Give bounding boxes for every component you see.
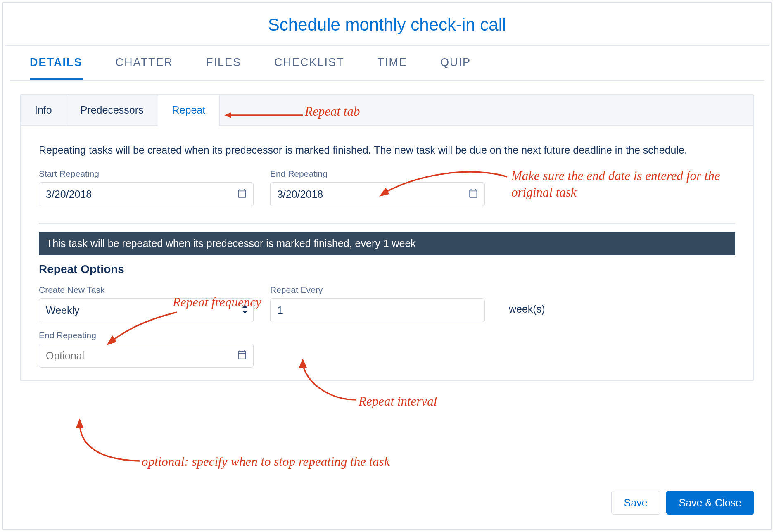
repeat-every-field: Repeat Every [270, 285, 485, 322]
save-and-close-button[interactable]: Save & Close [666, 491, 754, 515]
end-repeating-field: End Repeating [270, 169, 485, 206]
create-new-task-select[interactable] [39, 304, 253, 316]
subtab-predecessors[interactable]: Predecessors [66, 95, 158, 125]
start-repeating-input-wrap[interactable] [39, 182, 254, 206]
start-repeating-field: Start Repeating [39, 169, 254, 206]
create-new-task-field: Create New Task [39, 285, 254, 322]
arrow-icon [74, 416, 148, 466]
tab-checklist[interactable]: CHECKLIST [274, 56, 344, 80]
annotation-repeat-interval: Repeat interval [359, 394, 437, 409]
repeat-unit-label: week(s) [509, 303, 545, 315]
tab-chatter[interactable]: CHATTER [116, 56, 173, 80]
create-new-task-label: Create New Task [39, 285, 254, 295]
sub-tabs: Info Predecessors Repeat [21, 95, 753, 126]
end-repeating-optional-input[interactable] [39, 350, 253, 362]
end-repeating-input-wrap[interactable] [270, 182, 485, 206]
subtab-repeat[interactable]: Repeat [158, 95, 220, 126]
main-tabs: DETAILS CHATTER FILES CHECKLIST TIME QUI… [10, 46, 764, 81]
repeat-options-heading: Repeat Options [39, 263, 735, 276]
tab-time[interactable]: TIME [378, 56, 408, 80]
svg-marker-4 [76, 418, 83, 428]
repeat-every-input-wrap[interactable] [270, 298, 485, 322]
end-repeating-input[interactable] [271, 188, 484, 200]
start-repeating-input[interactable] [39, 188, 253, 200]
subtab-info[interactable]: Info [21, 95, 66, 125]
tab-details[interactable]: DETAILS [30, 56, 83, 80]
save-button[interactable]: Save [611, 491, 660, 515]
end-repeating-optional-input-wrap[interactable] [39, 344, 254, 368]
end-repeating-optional-label: End Repeating [39, 330, 254, 340]
repeat-every-label: Repeat Every [270, 285, 485, 295]
page-title: Schedule monthly check-in call [3, 15, 771, 35]
tab-files[interactable]: FILES [206, 56, 241, 80]
details-panel: Info Predecessors Repeat Repeating tasks… [20, 94, 754, 381]
page-title-bar: Schedule monthly check-in call [3, 3, 771, 45]
tab-quip[interactable]: QUIP [440, 56, 471, 80]
end-repeating-optional-field: End Repeating [39, 330, 254, 368]
divider [39, 223, 735, 224]
end-repeating-label: End Repeating [270, 169, 485, 179]
footer-buttons: Save Save & Close [611, 491, 754, 515]
create-new-task-select-wrap[interactable] [39, 298, 254, 322]
repeat-summary: This task will be repeated when its pred… [39, 232, 735, 255]
start-repeating-label: Start Repeating [39, 169, 254, 179]
repeat-every-input[interactable] [271, 304, 484, 316]
repeat-description: Repeating tasks will be created when its… [39, 142, 735, 157]
annotation-stop-repeating: optional: specify when to stop repeating… [142, 454, 390, 469]
